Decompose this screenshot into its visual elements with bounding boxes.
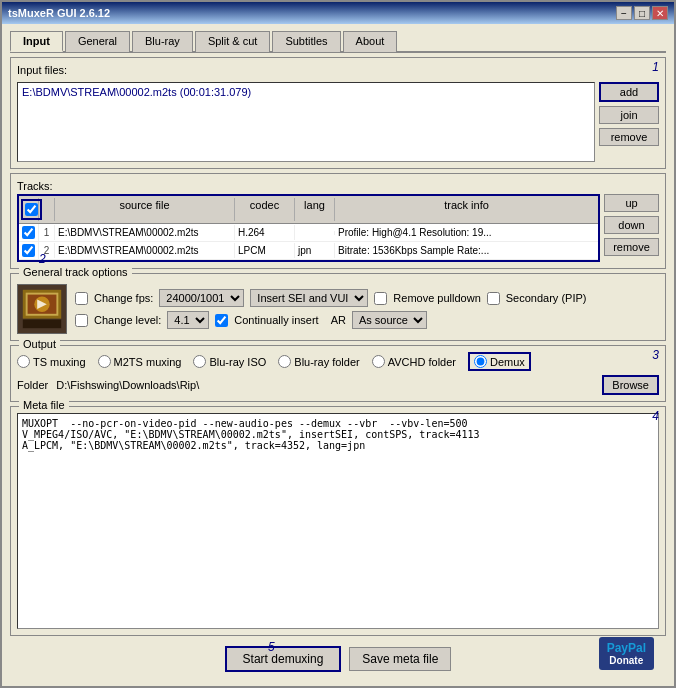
- radio-m2ts[interactable]: M2TS muxing: [98, 355, 182, 368]
- remove-pulldown-checkbox[interactable]: [374, 292, 387, 305]
- folder-value: D:\Fishswing\Downloads\Rip\: [56, 379, 598, 391]
- track-up-button[interactable]: up: [604, 194, 659, 212]
- tab-bar: Input General Blu-ray Split & cut Subtit…: [10, 30, 666, 53]
- video-thumbnail: [17, 284, 67, 334]
- change-level-checkbox[interactable]: [75, 314, 88, 327]
- tab-bluray[interactable]: Blu-ray: [132, 31, 193, 52]
- secondary-pip-checkbox[interactable]: [487, 292, 500, 305]
- minimize-button[interactable]: −: [616, 6, 632, 20]
- output-radio-row: TS muxing M2TS muxing Blu-ray ISO Blu-ra…: [17, 352, 659, 371]
- change-fps-checkbox[interactable]: [75, 292, 88, 305]
- meta-label: Meta file: [19, 399, 69, 411]
- gto-inner: Change fps: 24000/1001 Insert SEI and VU…: [17, 280, 659, 334]
- continually-insert-label: Continually insert: [234, 314, 318, 326]
- radio-ts[interactable]: TS muxing: [17, 355, 86, 368]
- radio-iso-label: Blu-ray ISO: [209, 356, 266, 368]
- header-lang: lang: [295, 198, 335, 221]
- tracks-label: Tracks:: [17, 180, 659, 192]
- tab-input[interactable]: Input: [10, 31, 63, 52]
- paypal-button[interactable]: PayPal Donate: [599, 637, 654, 670]
- output-label: Output: [19, 338, 60, 350]
- window-controls: − □ ✕: [616, 6, 668, 20]
- input-side-buttons: add join remove: [599, 82, 659, 146]
- gto-label: General track options: [19, 266, 132, 278]
- track-codec-2: LPCM: [235, 243, 295, 258]
- tab-general[interactable]: General: [65, 31, 130, 52]
- track-info-2: Bitrate: 1536Kbps Sample Rate:...: [335, 243, 598, 258]
- track-checkbox-1[interactable]: [22, 226, 35, 239]
- radio-avchd[interactable]: AVCHD folder: [372, 355, 456, 368]
- tab-subtitles[interactable]: Subtitles: [272, 31, 340, 52]
- header-codec: codec: [235, 198, 295, 221]
- track-codec-1: H.264: [235, 225, 295, 240]
- tab-about[interactable]: About: [343, 31, 398, 52]
- track-checkbox-cell-2: [19, 242, 39, 259]
- change-level-label: Change level:: [94, 314, 161, 326]
- radio-demux-input[interactable]: [474, 355, 487, 368]
- title-bar: tsMuxeR GUI 2.6.12 − □ ✕: [2, 2, 674, 24]
- main-window: tsMuxeR GUI 2.6.12 − □ ✕ Input General B…: [0, 0, 676, 688]
- track-lang-2: jpn: [295, 243, 335, 258]
- radio-demux-label: Demux: [490, 356, 525, 368]
- meta-content[interactable]: MUXOPT --no-pcr-on-video-pid --new-audio…: [17, 413, 659, 629]
- folder-label: Folder: [17, 379, 48, 391]
- annotation-5: 5: [268, 640, 275, 654]
- annotation-1: 1: [652, 60, 659, 74]
- table-row: 2 E:\BDMV\STREAM\00002.m2ts LPCM jpn Bit…: [19, 242, 598, 260]
- radio-avchd-input[interactable]: [372, 355, 385, 368]
- track-remove-button[interactable]: remove: [604, 238, 659, 256]
- join-button[interactable]: join: [599, 106, 659, 124]
- browse-button[interactable]: Browse: [602, 375, 659, 395]
- remove-file-button[interactable]: remove: [599, 128, 659, 146]
- ar-label: AR: [331, 314, 346, 326]
- track-checkbox-2[interactable]: [22, 244, 35, 257]
- radio-iso[interactable]: Blu-ray ISO: [193, 355, 266, 368]
- tab-split[interactable]: Split & cut: [195, 31, 271, 52]
- meta-section: Meta file MUXOPT --no-pcr-on-video-pid -…: [10, 406, 666, 636]
- radio-bdfolder-input[interactable]: [278, 355, 291, 368]
- fps-dropdown[interactable]: 24000/1001: [159, 289, 244, 307]
- radio-m2ts-input[interactable]: [98, 355, 111, 368]
- annotation-2: 2: [39, 252, 46, 266]
- ar-dropdown[interactable]: As source: [352, 311, 427, 329]
- insert-sei-dropdown[interactable]: Insert SEI and VUI: [250, 289, 368, 307]
- header-num: [39, 198, 55, 221]
- select-all-checkbox[interactable]: [25, 203, 38, 216]
- table-row: 1 E:\BDMV\STREAM\00002.m2ts H.264 Profil…: [19, 224, 598, 242]
- radio-bdfolder[interactable]: Blu-ray folder: [278, 355, 359, 368]
- add-button[interactable]: add: [599, 82, 659, 102]
- remove-pulldown-label: Remove pulldown: [393, 292, 480, 304]
- track-checkbox-cell-1: [19, 224, 39, 241]
- radio-avchd-label: AVCHD folder: [388, 356, 456, 368]
- continually-insert-checkbox[interactable]: [215, 314, 228, 327]
- level-dropdown[interactable]: 4.1: [167, 311, 209, 329]
- maximize-button[interactable]: □: [634, 6, 650, 20]
- annotation-4: 4: [652, 409, 659, 423]
- tracks-inner: source file codec lang track info 1 E:\B…: [17, 194, 659, 262]
- gto-row-fps: Change fps: 24000/1001 Insert SEI and VU…: [75, 289, 659, 307]
- tracks-header: source file codec lang track info: [19, 196, 598, 224]
- input-files-row: E:\BDMV\STREAM\00002.m2ts (00:01:31.079)…: [17, 82, 659, 162]
- radio-ts-label: TS muxing: [33, 356, 86, 368]
- track-down-button[interactable]: down: [604, 216, 659, 234]
- save-meta-button[interactable]: Save meta file: [349, 647, 451, 671]
- start-demuxing-button[interactable]: Start demuxing: [225, 646, 342, 672]
- annotation-3: 3: [652, 348, 659, 362]
- paypal-bottom-label: Donate: [609, 655, 643, 666]
- close-button[interactable]: ✕: [652, 6, 668, 20]
- file-list[interactable]: E:\BDMV\STREAM\00002.m2ts (00:01:31.079): [17, 82, 595, 162]
- header-source: source file: [55, 198, 235, 221]
- track-source-1: E:\BDMV\STREAM\00002.m2ts: [55, 225, 235, 240]
- header-info: track info: [335, 198, 598, 221]
- radio-ts-input[interactable]: [17, 355, 30, 368]
- radio-iso-input[interactable]: [193, 355, 206, 368]
- header-cb: [19, 198, 39, 221]
- input-files-section: Input files: E:\BDMV\STREAM\00002.m2ts (…: [10, 57, 666, 169]
- gto-row-level: Change level: 4.1 Continually insert AR …: [75, 311, 659, 329]
- radio-demux[interactable]: Demux: [468, 352, 531, 371]
- window-title: tsMuxeR GUI 2.6.12: [8, 7, 110, 19]
- track-num-1: 1: [39, 225, 55, 240]
- gto-section: General track options: [10, 273, 666, 341]
- track-source-2: E:\BDMV\STREAM\00002.m2ts: [55, 243, 235, 258]
- tracks-table-wrapper: source file codec lang track info 1 E:\B…: [17, 194, 600, 262]
